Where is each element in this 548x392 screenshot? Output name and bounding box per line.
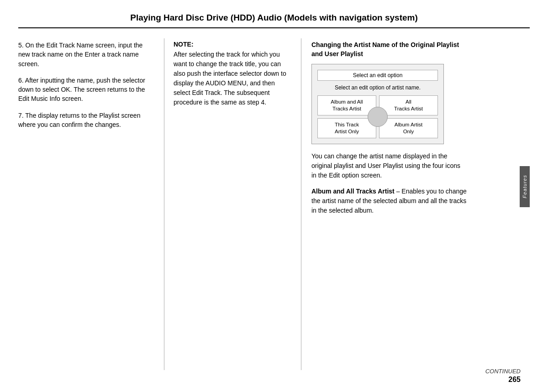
screen-sub-text: Select an edit option of artist name. <box>317 84 438 91</box>
step-7-text: 7. The display returns to the Playlist s… <box>18 112 140 128</box>
screen-buttons-grid: Album and AllTracks Artist AllTracks Art… <box>317 95 438 138</box>
note-text: After selecting the track for which you … <box>174 50 292 107</box>
features-tab: Features <box>520 166 530 207</box>
title-area: Playing Hard Disc Drive (HDD) Audio (Mod… <box>18 0 530 28</box>
features-tab-label: Features <box>522 175 527 198</box>
right-column: Changing the Artist Name of the Original… <box>301 38 530 370</box>
screen-diagram: Select an edit option Select an edit opt… <box>311 64 444 144</box>
bold-intro: Album and All Tracks Artist <box>311 188 395 195</box>
page-title: Playing Hard Disc Drive (HDD) Audio (Mod… <box>46 13 502 23</box>
btn-all-tracks[interactable]: AllTracks Artist <box>379 95 438 115</box>
step-7: 7. The display returns to the Playlist s… <box>18 111 155 130</box>
continued-label: CONTINUED <box>485 368 521 375</box>
bottom-area: CONTINUED 265 <box>485 368 521 384</box>
screen-top-bar: Select an edit option <box>317 70 438 81</box>
step-5: 5. On the Edit Track Name screen, input … <box>18 41 155 68</box>
middle-column: NOTE: After selecting the track for whic… <box>164 38 301 370</box>
center-circle-wrapper <box>368 107 388 127</box>
album-description: Album and All Tracks Artist – Enables yo… <box>311 187 467 215</box>
page-number: 265 <box>485 376 521 384</box>
body-text: You can change the artist name displayed… <box>311 152 467 180</box>
center-circle-icon <box>368 107 388 127</box>
left-column: 5. On the Edit Track Name screen, input … <box>18 38 164 370</box>
note-label: NOTE: <box>174 41 292 48</box>
right-col-inner: Changing the Artist Name of the Original… <box>311 41 467 215</box>
btn-album-artist[interactable]: Album ArtistOnly <box>379 118 438 138</box>
main-content: 5. On the Edit Track Name screen, input … <box>18 28 530 370</box>
step-6: 6. After inputting the name, push the se… <box>18 76 155 104</box>
step-5-text: 5. On the Edit Track Name screen, input … <box>18 42 142 68</box>
step-6-text: 6. After inputting the name, push the se… <box>18 77 145 103</box>
section-heading: Changing the Artist Name of the Original… <box>311 41 467 58</box>
